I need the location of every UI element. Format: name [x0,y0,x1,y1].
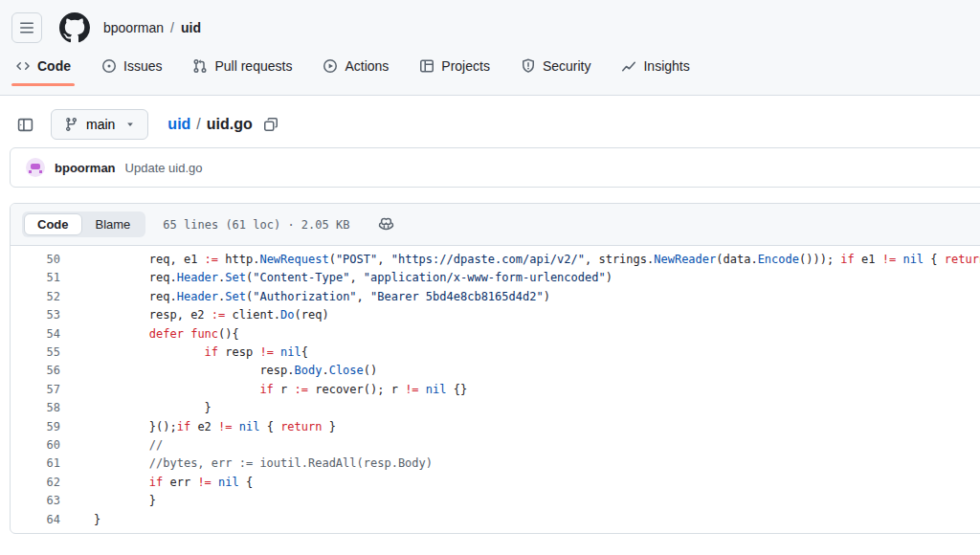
code-line-content: } [60,399,212,417]
breadcrumb-file-name: uid.go [207,116,253,133]
shield-icon [521,58,536,74]
repo-breadcrumb: bpoorman / uid [103,20,201,35]
file-breadcrumb-separator: / [196,116,200,133]
line-number[interactable]: 57 [11,381,60,399]
code-line-content: req.Header.Set("Content-Type", "applicat… [60,269,612,287]
breadcrumb-repo-link[interactable]: uid [167,116,190,133]
copy-icon [263,117,278,132]
line-number[interactable]: 51 [11,269,60,287]
code-line-content: req, e1 := http.NewRequest("POST", "http… [60,251,980,269]
commit-author-name[interactable]: bpoorman [55,161,116,175]
file-breadcrumb: uid / uid.go [167,116,252,133]
tab-label: Code [37,58,71,74]
code-line: 61 //bytes, err := ioutil.ReadAll(resp.B… [11,455,980,473]
commit-author-avatar[interactable] [26,158,45,177]
tab-actions[interactable]: Actions [313,53,398,85]
repo-owner-link[interactable]: bpoorman [103,20,164,35]
play-icon [323,58,338,74]
octocat-icon [59,12,90,43]
triangle-down-icon [124,119,136,130]
branch-selector-button[interactable]: main [51,109,148,140]
tab-label: Projects [441,58,490,74]
issue-opened-icon [101,58,117,74]
code-line: 57 if r := recover(); r != nil {} [11,381,980,399]
commit-message[interactable]: Update uid.go [125,161,203,175]
code-line-content: resp, e2 := client.Do(req) [60,306,329,324]
table-icon [419,58,434,74]
line-number[interactable]: 56 [11,362,60,380]
code-line: 52 req.Header.Set("Authorization", "Bear… [11,288,980,306]
code-line-content: req.Header.Set("Authorization", "Bearer … [60,288,550,306]
github-logo[interactable] [59,12,90,43]
tab-label: Pull requests [214,58,292,74]
tab-blame-view[interactable]: Blame [82,213,145,235]
git-pull-request-icon [192,58,208,74]
code-line-content: if err != nil { [60,474,253,492]
sidebar-panel-icon [17,117,33,133]
tab-issues[interactable]: Issues [92,53,171,85]
sidebar-toggle-button[interactable] [13,113,37,137]
code-line: 54 defer func(){ [11,325,980,344]
line-number[interactable]: 63 [11,492,60,510]
graph-icon [621,58,636,74]
code-line-content: if r := recover(); r != nil {} [60,381,467,399]
code-line: 58 } [11,399,980,417]
code-line: 56 resp.Body.Close() [11,362,980,380]
git-branch-icon [63,117,78,132]
code-line: 64} [11,511,980,529]
line-number[interactable]: 53 [11,306,60,324]
code-body: 50 req, e1 := http.NewRequest("POST", "h… [11,246,980,529]
copilot-icon [378,216,394,233]
line-number[interactable]: 58 [11,399,60,417]
tab-label: Actions [345,58,389,74]
tab-code[interactable]: Code [6,53,80,85]
line-number[interactable]: 52 [11,288,60,306]
code-line-content: // [60,436,163,455]
copy-path-button[interactable] [260,114,281,135]
tab-insights[interactable]: Insights [612,53,699,85]
repo-nav-tabs: CodeIssuesPull requestsActionsProjectsSe… [0,53,980,85]
line-number[interactable]: 54 [11,325,60,344]
tab-security[interactable]: Security [511,53,601,85]
line-number[interactable]: 60 [11,436,60,455]
code-line: 60 // [11,436,980,455]
code-panel: Code Blame 65 lines (61 loc) · 2.05 KB 5… [10,203,980,534]
line-number[interactable]: 64 [11,511,60,529]
latest-commit-bar: bpoorman Update uid.go [10,147,980,188]
repo-name-link[interactable]: uid [181,20,201,35]
code-blame-segmented-control: Code Blame [22,211,145,237]
file-meta-info: 65 lines (61 loc) · 2.05 KB [163,218,349,232]
copilot-button[interactable] [374,212,398,236]
code-toolbar: Code Blame 65 lines (61 loc) · 2.05 KB [11,204,980,246]
line-number[interactable]: 59 [11,418,60,436]
code-line: 55 if resp != nil{ [11,344,980,362]
code-line: 59 }();if e2 != nil { return } [11,418,980,436]
branch-name: main [86,117,115,132]
code-line-content: resp.Body.Close() [60,362,377,380]
code-line-content: defer func(){ [60,325,239,344]
code-line-content: if resp != nil{ [60,344,308,362]
file-nav-row: main uid / uid.go [0,96,980,140]
breadcrumb-separator: / [170,20,174,35]
code-line: 63 } [11,492,980,510]
line-number[interactable]: 61 [11,455,60,473]
code-line-content: } [60,492,156,510]
code-line: 53 resp, e2 := client.Do(req) [11,306,980,324]
code-line-content: } [60,511,100,529]
tab-label: Insights [643,58,689,74]
line-number[interactable]: 55 [11,344,60,362]
tab-projects[interactable]: Projects [410,53,500,85]
hamburger-menu-button[interactable] [11,12,42,43]
line-number[interactable]: 62 [11,474,60,492]
code-icon [15,58,31,74]
code-line: 62 if err != nil { [11,474,980,492]
app-header: bpoorman / uid CodeIssuesPull requestsAc… [0,0,980,96]
tab-pull-requests[interactable]: Pull requests [183,53,301,85]
tab-label: Security [543,58,591,74]
code-line-content: //bytes, err := ioutil.ReadAll(resp.Body… [60,455,433,473]
line-number[interactable]: 50 [11,251,60,269]
code-line: 50 req, e1 := http.NewRequest("POST", "h… [11,251,980,269]
code-line: 51 req.Header.Set("Content-Type", "appli… [11,269,980,287]
tab-code-view[interactable]: Code [24,213,82,235]
tab-label: Issues [123,58,162,74]
